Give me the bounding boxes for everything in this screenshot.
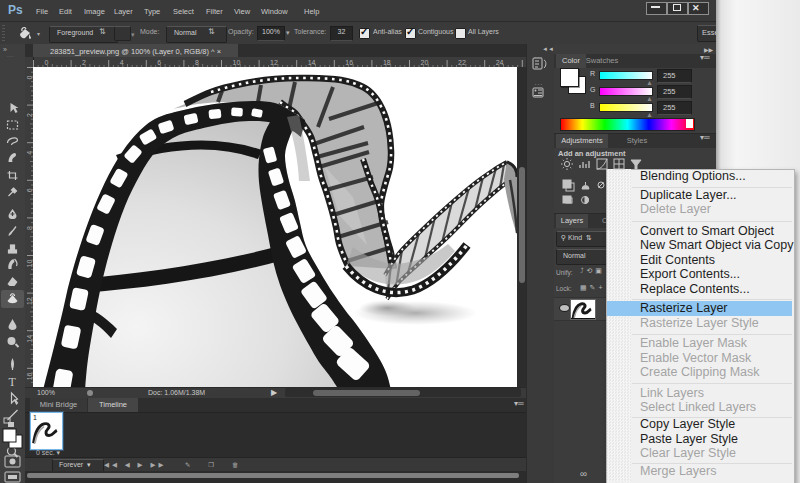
svg-text:16: 16 <box>345 59 353 66</box>
svg-text:14: 14 <box>26 335 33 343</box>
svg-text:14: 14 <box>308 59 316 66</box>
svg-text:....: .... <box>7 52 14 58</box>
svg-text:▾: ▾ <box>37 31 40 37</box>
svg-text:0: 0 <box>45 59 49 66</box>
svg-text:16: 16 <box>26 372 33 380</box>
svg-text:18: 18 <box>383 59 391 66</box>
svg-text:10: 10 <box>233 59 241 66</box>
svg-text:22: 22 <box>458 59 466 66</box>
svg-text:20: 20 <box>421 59 429 66</box>
svg-text:2: 2 <box>82 59 86 66</box>
svg-text:T: T <box>9 375 17 389</box>
svg-text:4: 4 <box>26 151 33 155</box>
svg-text:12: 12 <box>270 59 278 66</box>
svg-text:10: 10 <box>26 260 33 268</box>
svg-text:0: 0 <box>26 76 33 80</box>
svg-text:6: 6 <box>26 188 33 192</box>
svg-text:8: 8 <box>195 59 199 66</box>
svg-text:6: 6 <box>157 59 161 66</box>
svg-text:4: 4 <box>120 59 124 66</box>
svg-text:24: 24 <box>496 59 504 66</box>
svg-text:2: 2 <box>26 113 33 117</box>
svg-text:12: 12 <box>26 297 33 305</box>
svg-text:8: 8 <box>26 226 33 230</box>
